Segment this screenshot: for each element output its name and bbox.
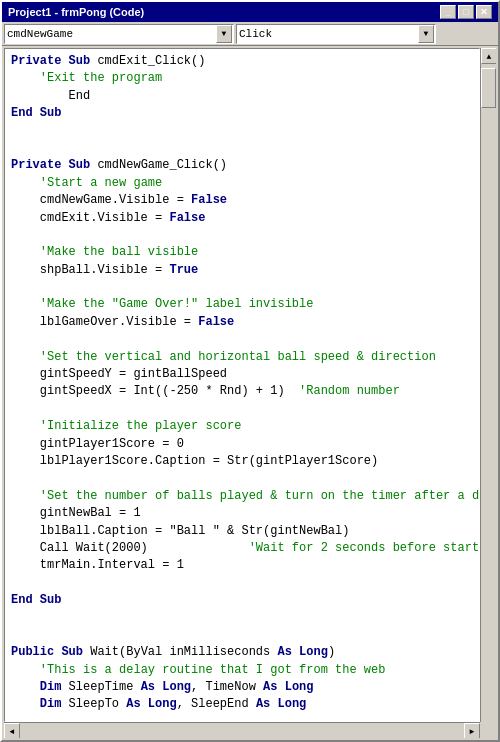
scroll-thumb-v[interactable] [481,68,496,108]
object-dropdown-arrow[interactable]: ▼ [216,25,232,43]
scroll-track-h [20,723,464,738]
vertical-scrollbar: ▲ ▼ [480,48,496,738]
object-dropdown[interactable] [4,24,234,44]
scroll-left-button[interactable]: ◄ [4,723,20,738]
minimize-button[interactable]: _ [440,5,456,19]
code-content: Private Sub cmdExit_Click() 'Exit the pr… [11,53,473,722]
horizontal-scrollbar: ◄ ► [4,722,480,738]
main-window: Project1 - frmPong (Code) _ □ ✕ ▼ ▼ Priv… [0,0,500,742]
code-editor[interactable]: Private Sub cmdExit_Click() 'Exit the pr… [4,48,480,722]
event-dropdown[interactable] [236,24,436,44]
code-area-wrap: Private Sub cmdExit_Click() 'Exit the pr… [4,48,496,738]
scroll-right-button[interactable]: ► [464,723,480,738]
scroll-track-v [481,108,496,722]
event-dropdown-arrow[interactable]: ▼ [418,25,434,43]
event-dropdown-wrap: ▼ [236,24,436,44]
toolbar: ▼ ▼ [2,22,498,46]
scroll-up-button[interactable]: ▲ [481,48,496,64]
scroll-corner [480,722,496,738]
object-dropdown-wrap: ▼ [4,24,234,44]
close-button[interactable]: ✕ [476,5,492,19]
maximize-button[interactable]: □ [458,5,474,19]
title-bar-buttons: _ □ ✕ [440,5,492,19]
window-title: Project1 - frmPong (Code) [8,6,144,18]
title-bar: Project1 - frmPong (Code) _ □ ✕ [2,2,498,22]
